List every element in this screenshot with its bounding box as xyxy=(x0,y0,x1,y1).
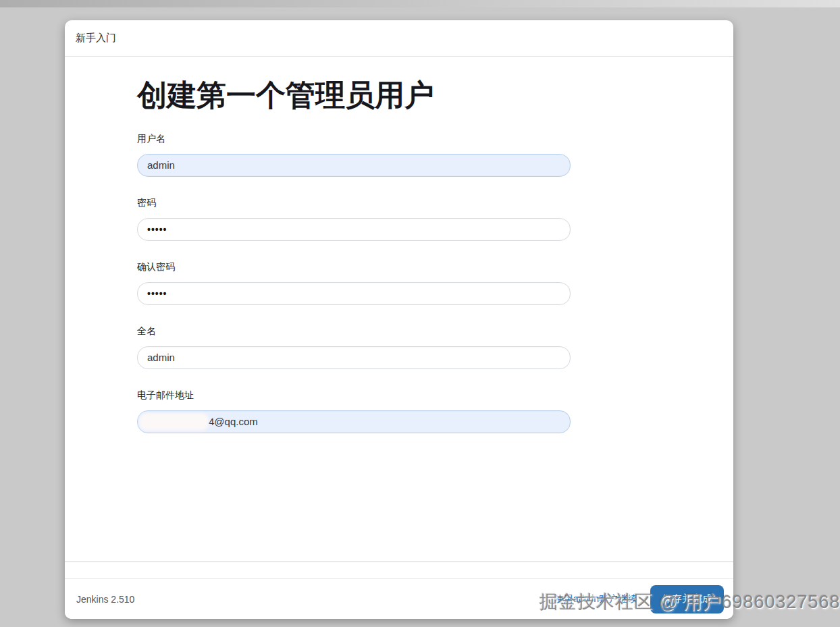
confirm-password-field-group: 确认密码 xyxy=(137,261,571,305)
dialog-header: 新手入门 xyxy=(65,20,733,57)
confirm-password-label: 确认密码 xyxy=(137,261,571,273)
fullname-input[interactable] xyxy=(137,346,571,369)
save-and-finish-button[interactable]: 保存并完成 xyxy=(650,585,724,614)
fullname-field-group: 全名 xyxy=(137,325,571,369)
username-input[interactable] xyxy=(137,154,571,177)
setup-wizard-dialog: 新手入门 创建第一个管理员用户 用户名 密码 确认密码 全名 电子邮件地址 xyxy=(65,20,733,619)
dialog-footer: Jenkins 2.510 使用admin账户继续 保存并完成 xyxy=(65,578,733,619)
dialog-body: 创建第一个管理员用户 用户名 密码 确认密码 全名 电子邮件地址 xyxy=(65,57,733,562)
dialog-title: 新手入门 xyxy=(76,32,116,45)
email-label: 电子邮件地址 xyxy=(137,389,571,402)
window-top-edge xyxy=(0,0,840,7)
jenkins-version-label: Jenkins 2.510 xyxy=(76,594,134,605)
fullname-label: 全名 xyxy=(137,325,571,337)
body-footer-gap xyxy=(65,562,733,578)
password-label: 密码 xyxy=(137,197,571,209)
footer-actions: 使用admin账户继续 保存并完成 xyxy=(554,585,724,614)
username-field-group: 用户名 xyxy=(137,133,571,177)
username-label: 用户名 xyxy=(137,133,571,145)
continue-as-admin-link[interactable]: 使用admin账户继续 xyxy=(554,593,637,605)
redaction-blur xyxy=(139,413,209,431)
page-title: 创建第一个管理员用户 xyxy=(137,78,733,113)
email-input-wrap xyxy=(137,410,571,433)
password-field-group: 密码 xyxy=(137,197,571,241)
email-field-group: 电子邮件地址 xyxy=(137,389,571,433)
confirm-password-input[interactable] xyxy=(137,282,571,305)
password-input[interactable] xyxy=(137,218,571,241)
